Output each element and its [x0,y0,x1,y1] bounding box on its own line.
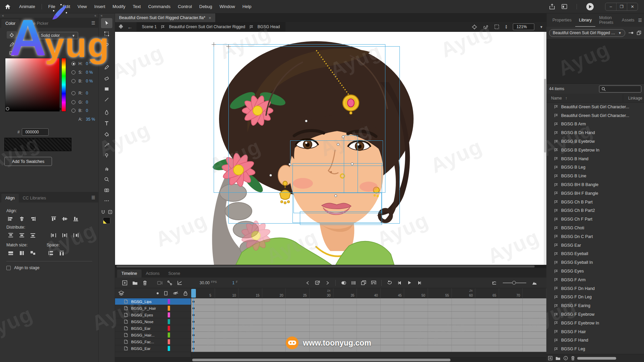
list-item[interactable]: BGSG Ear [546,241,644,250]
delete-item-button[interactable] [571,356,575,360]
column-name[interactable]: Name [551,96,562,101]
menu-animate[interactable]: Animate [15,4,39,9]
distribute-left-button[interactable] [49,232,58,239]
frame-row[interactable] [191,312,546,318]
free-transform-tool[interactable] [101,29,112,39]
edit-toolbar-more-button[interactable] [101,196,112,206]
list-item[interactable]: BGSG B Arm [546,120,644,129]
hex-input[interactable]: 000000 [22,128,49,136]
tab-timeline[interactable]: Timeline [117,269,142,278]
g-value[interactable]: 0 [86,100,88,105]
selection-bounds[interactable] [293,193,382,213]
tab-actions[interactable]: Actions [142,269,164,278]
outline-layers-icon[interactable] [164,291,168,296]
current-frame-value[interactable]: 1 [232,281,235,285]
distribute-top-button[interactable] [6,232,15,239]
list-item[interactable]: BGSG F Earing [546,301,644,310]
column-linkage[interactable]: Linkage [628,96,642,101]
hue-slider[interactable] [61,58,66,112]
paint-bucket-tool[interactable] [101,129,112,139]
list-item[interactable]: BGSG F Hand [546,336,644,345]
match-width-height-button[interactable] [29,250,37,256]
slider-knob[interactable] [512,281,516,285]
saturation-brightness-picker[interactable] [5,58,60,112]
list-item[interactable]: BGSG F Leg [546,345,644,353]
tab-library[interactable]: Library [575,13,595,27]
eraser-tool[interactable] [101,73,112,83]
fill-color-button[interactable] [7,31,17,39]
frame-row[interactable] [191,332,546,339]
workspace-layout-icon[interactable] [561,4,567,9]
step-forward-button[interactable] [415,279,425,287]
list-item[interactable]: BGSG F Eyebrow In [546,319,644,327]
back-arrow-icon[interactable]: ← [127,24,132,30]
fps-value[interactable]: 30.00 [200,281,210,285]
layer-color-chip[interactable] [168,299,170,304]
panel-menu-icon[interactable]: ☰ [91,195,96,200]
tab-motion-presets[interactable]: Motion Presets [595,13,618,27]
list-item[interactable]: BGSG Choti [546,224,644,232]
list-item[interactable]: BGSG Ch B Part2 [546,206,644,215]
library-document-dropdown[interactable]: Beautiful Green Suit Girl Rigged Charac.… [549,29,625,37]
close-document-icon[interactable]: × [209,15,211,20]
onion-skin-outlines-button[interactable] [348,279,359,287]
align-left-edge-button[interactable] [6,216,15,222]
eyedropper-tool[interactable] [101,140,112,150]
insert-keyframe-button[interactable] [313,279,323,287]
s-radio[interactable] [71,70,75,74]
list-item[interactable]: BGSG F Eyebrow [546,310,644,319]
hide-layers-icon[interactable] [173,291,178,295]
layer-row[interactable]: BGSG_Ear [115,325,191,332]
r-radio[interactable] [71,91,75,95]
list-item[interactable]: BGSG Ch F Part [546,215,644,224]
transform-handle[interactable] [342,135,344,138]
frame-graph-button[interactable] [175,279,185,287]
match-height-button[interactable] [17,250,26,256]
layer-color-chip[interactable] [168,306,170,311]
b-radio[interactable] [71,79,75,83]
layer-row[interactable]: BGSG_Fac... [115,339,191,345]
h-radio[interactable] [71,62,75,66]
g-radio[interactable] [71,100,75,104]
layer-color-chip[interactable] [168,339,170,344]
picker-cursor[interactable] [6,107,9,110]
reset-timeline-zoom-icon[interactable] [489,279,499,287]
highlight-layers-icon[interactable] [156,292,159,295]
hue-handle[interactable] [59,107,62,111]
layer-row[interactable]: BGSG_Ear [115,345,191,352]
close-button[interactable]: ✕ [627,3,638,10]
menu-edit[interactable]: Edit [59,4,74,9]
resize-timeline-view-icon[interactable] [530,279,540,287]
layer-row[interactable]: BGSG_Nose [115,318,191,325]
color-type-dropdown[interactable]: Solid color ▼ [38,32,78,39]
layer-color-chip[interactable] [168,333,170,338]
layer-color-chip[interactable] [168,326,170,331]
list-item[interactable]: BGSG BH F Bangle [546,189,644,198]
collapse-panel-icon[interactable]: « [94,13,96,18]
timeline-zoom-slider[interactable] [503,283,526,283]
layers-stack-icon[interactable] [118,291,124,296]
distribute-bottom-button[interactable] [29,232,37,239]
test-movie-button[interactable] [586,3,594,10]
layer-row[interactable]: BGSG_F_Hair [115,305,191,312]
frame-row[interactable] [191,298,546,305]
tab-assets[interactable]: Assets [618,13,638,27]
s-value[interactable]: 0 % [86,70,93,75]
align-vertical-center-button[interactable] [60,216,69,222]
pin-library-icon[interactable] [628,31,634,35]
list-item[interactable]: BGSG Ch B Part [546,198,644,206]
previous-keyframe-icon[interactable] [303,279,313,287]
menu-control[interactable]: Control [174,4,196,9]
loop-playback-button[interactable] [384,279,394,287]
align-to-stage-checkbox[interactable] [6,266,11,270]
layer-color-chip[interactable] [168,312,170,317]
list-item[interactable]: BGSG Eyeball In [546,258,644,267]
list-item[interactable]: BGSG B Dn Hand [546,128,644,137]
breadcrumb-part[interactable]: BGSG Head [258,24,280,29]
add-camera-button[interactable] [155,279,165,287]
zoom-dropdown-icon[interactable]: ▼ [540,25,543,29]
menu-window[interactable]: Window [216,4,238,9]
frame-span-button[interactable] [369,279,379,287]
next-keyframe-icon[interactable] [323,279,333,287]
selection-bounds[interactable] [300,212,382,225]
